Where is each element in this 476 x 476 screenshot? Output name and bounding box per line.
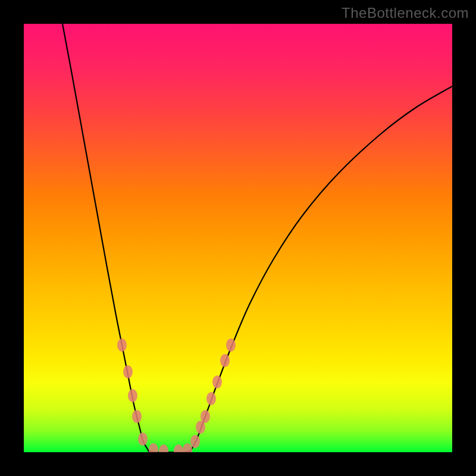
marker-point xyxy=(132,410,142,423)
marker-point xyxy=(123,365,133,378)
marker-point xyxy=(206,392,216,405)
curve-svg xyxy=(24,24,452,452)
marker-point xyxy=(117,339,127,352)
watermark-text: TheBottleneck.com xyxy=(342,5,469,21)
marker-point xyxy=(190,435,200,448)
marker-point xyxy=(226,339,236,352)
marker-point xyxy=(149,443,158,452)
marker-point xyxy=(201,410,210,423)
marker-point xyxy=(183,443,192,452)
marker-point xyxy=(212,375,222,389)
bottleneck-curve xyxy=(62,24,452,452)
marker-point xyxy=(174,444,183,452)
marker-point xyxy=(220,354,230,367)
marker-point xyxy=(128,389,137,402)
plot-area xyxy=(24,24,452,452)
marker-point xyxy=(159,444,168,452)
chart-frame: TheBottleneck.com xyxy=(0,0,476,476)
marker-point xyxy=(138,433,148,446)
marker-group xyxy=(117,339,236,452)
